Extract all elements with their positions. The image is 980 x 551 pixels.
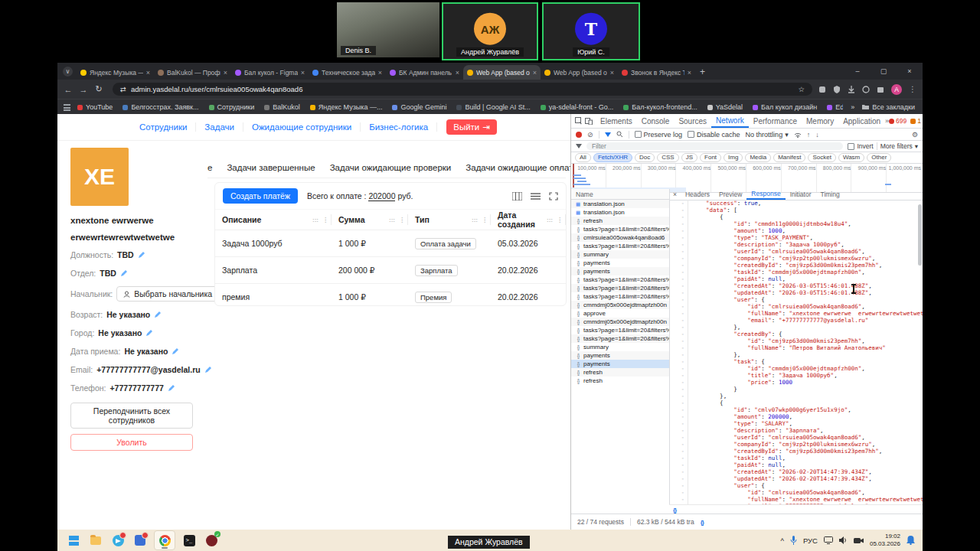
task-tab[interactable]: Задачи ожидающие проверки	[330, 157, 452, 178]
tab-close-icon[interactable]: ×	[224, 69, 227, 77]
recorder-app-icon[interactable]: ✓	[203, 532, 220, 549]
task-tab[interactable]: Задачи ожидающие оплаты	[466, 157, 570, 178]
column-drag-icon[interactable]: :::	[389, 217, 395, 223]
fold-marker[interactable]: -	[669, 241, 688, 248]
pretty-print-button[interactable]: {}	[673, 507, 676, 514]
request-row[interactable]: {} refresh	[571, 368, 669, 377]
bookmark-item[interactable]: Build | Google AI St...	[456, 103, 530, 111]
browser-tab[interactable]: BalKukol — Профиль ×	[154, 65, 231, 80]
fold-marker[interactable]: -	[669, 317, 688, 324]
request-row[interactable]: {} summary	[571, 343, 669, 351]
start-button[interactable]	[65, 532, 82, 549]
apps-grid-icon[interactable]	[64, 104, 70, 111]
devtools-tab[interactable]: Elements	[596, 114, 637, 128]
request-row[interactable]: {} approve	[571, 309, 669, 318]
request-row[interactable]: {} summary	[571, 250, 669, 259]
nav-link[interactable]: Сотрудники	[131, 122, 196, 132]
name-column-header[interactable]: Name	[571, 189, 669, 200]
request-row[interactable]: {} payments	[571, 267, 669, 276]
type-chip[interactable]: Media	[745, 153, 771, 162]
display-icon[interactable]	[824, 536, 833, 544]
nav-link[interactable]: Задачи	[196, 122, 243, 132]
request-row[interactable]: {} cmlrsuiea005owak4qan8oad6	[571, 233, 669, 242]
fire-button[interactable]: Уволить	[70, 434, 193, 451]
fold-marker[interactable]: -	[669, 475, 688, 482]
fold-marker[interactable]: -	[669, 344, 688, 351]
column-menu-icon[interactable]: ⋮	[399, 217, 405, 223]
fold-marker[interactable]: -	[669, 434, 688, 441]
shield-icon[interactable]	[833, 86, 841, 93]
media-icon[interactable]	[862, 86, 870, 93]
fold-marker[interactable]: -	[669, 276, 688, 282]
bookmark-item[interactable]: Сотрудники	[209, 103, 255, 111]
fold-marker[interactable]: -	[669, 427, 688, 434]
nav-link[interactable]: Ожидающие сотрудники	[243, 122, 361, 132]
inspect-icon[interactable]	[575, 117, 583, 125]
browser-menu-icon[interactable]: ⋮	[909, 85, 916, 93]
edit-pencil-icon[interactable]	[145, 329, 153, 337]
fold-marker[interactable]: -	[669, 372, 688, 379]
throttling-select[interactable]: No throttling▾	[746, 131, 789, 139]
fold-marker[interactable]: -	[669, 482, 688, 489]
microphone-icon[interactable]	[790, 536, 797, 545]
table-header-cell[interactable]: Дата создания ::: ⋮	[491, 209, 566, 230]
camera-icon[interactable]	[854, 537, 864, 544]
type-chip[interactable]: JS	[681, 153, 697, 162]
fold-marker[interactable]: -	[669, 489, 688, 496]
export-har-icon[interactable]: ↓	[815, 131, 819, 139]
browser-tab[interactable]: Бал кукол - Figma ×	[231, 65, 309, 80]
create-payment-button[interactable]: Создать платёж	[223, 188, 298, 204]
filter-funnel-icon[interactable]	[605, 132, 611, 137]
tabs-more-icon[interactable]: ⋯	[556, 162, 565, 173]
devtools-tab[interactable]: Console	[637, 114, 675, 128]
all-bookmarks-button[interactable]: Все закладки	[862, 103, 915, 111]
devtools-tab[interactable]: Network	[711, 114, 749, 128]
fold-marker[interactable]: -	[669, 468, 688, 475]
tab-close-icon[interactable]: ×	[301, 69, 305, 77]
logout-button[interactable]: Выйти ⇥	[446, 119, 497, 135]
tab-close-icon[interactable]: ×	[688, 69, 691, 77]
fold-marker[interactable]: -	[669, 455, 688, 461]
network-filter-input[interactable]: Filter	[586, 142, 843, 150]
fold-marker[interactable]: -	[669, 255, 688, 262]
task-tab[interactable]: е	[207, 157, 212, 178]
fold-marker[interactable]: -	[669, 303, 688, 310]
site-settings-icon[interactable]: ⇄	[120, 85, 126, 93]
edit-pencil-icon[interactable]	[120, 269, 128, 277]
column-drag-icon[interactable]: :::	[312, 217, 318, 223]
tab-close-icon[interactable]: ×	[610, 69, 614, 77]
tab-close-icon[interactable]: ×	[533, 69, 537, 77]
columns-icon[interactable]	[512, 192, 522, 201]
edit-pencil-icon[interactable]	[154, 311, 162, 318]
file-explorer-icon[interactable]	[87, 532, 104, 549]
fold-marker[interactable]: -	[669, 262, 688, 269]
fold-marker[interactable]: -	[669, 207, 688, 214]
request-row[interactable]: {} tasks?page=1&limit=20&filters%5...	[571, 225, 669, 233]
nav-link[interactable]: Бизнес-логика	[361, 122, 437, 132]
column-menu-icon[interactable]: ⋮	[482, 217, 488, 223]
type-chip[interactable]: Socket	[808, 153, 835, 162]
request-row[interactable]: {} tasks?page=1&limit=20&filters%5...	[571, 326, 669, 334]
fold-marker[interactable]: -	[669, 399, 688, 406]
response-tab[interactable]: Timing	[816, 189, 844, 200]
edit-pencil-icon[interactable]	[168, 384, 175, 392]
edit-pencil-icon[interactable]	[172, 347, 179, 355]
bookmark-item[interactable]: Google Gemini	[392, 103, 446, 111]
type-chip[interactable]: Img	[724, 153, 743, 162]
devtools-tab[interactable]: Sources	[674, 114, 711, 128]
type-chip[interactable]: CSS	[657, 153, 678, 162]
request-row[interactable]: {} payments	[571, 360, 669, 368]
window-minimize-icon[interactable]: –	[844, 67, 871, 75]
network-conditions-icon[interactable]	[794, 132, 802, 138]
bookmark-star-icon[interactable]: ☆	[798, 85, 805, 93]
devtools-tab[interactable]: Performance	[749, 114, 802, 128]
table-header-cell[interactable]: Сумма ::: ⋮	[332, 209, 408, 230]
language-indicator[interactable]: РУС	[803, 536, 818, 545]
fold-marker[interactable]: -	[669, 420, 688, 427]
type-chip[interactable]: Font	[700, 153, 721, 162]
density-icon[interactable]	[531, 192, 541, 201]
browser-tab[interactable]: Техническое задание: А ×	[309, 65, 386, 80]
window-maximize-icon[interactable]: ▢	[871, 67, 897, 75]
bookmark-item[interactable]: YaSdelal	[707, 103, 743, 111]
type-chip[interactable]: Other	[867, 153, 891, 162]
